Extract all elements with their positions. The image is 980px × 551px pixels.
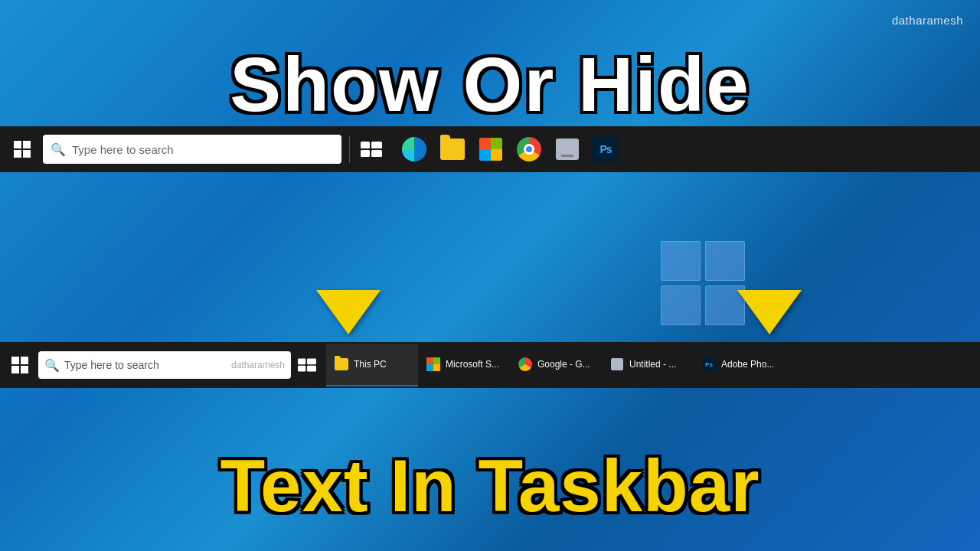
search-placeholder-top: Type here to search xyxy=(72,143,174,156)
taskbar-icons-top: Ps xyxy=(396,131,624,168)
store-icon-sm xyxy=(426,357,440,371)
bottom-app-store[interactable]: Microsoft S... xyxy=(418,344,510,386)
svg-rect-3 xyxy=(371,150,382,157)
arrow-right-area xyxy=(605,223,980,342)
edge-icon-img xyxy=(402,137,426,161)
edge-icon-top[interactable] xyxy=(396,131,433,168)
bottom-app-label-photoshop: Adobe Pho... xyxy=(721,359,774,370)
bottom-app-list: This PC Microsoft S... Google - G... xyxy=(326,344,975,386)
chrome-icon-sm xyxy=(518,357,532,371)
ps-icon-img: Ps xyxy=(593,136,619,162)
arrow-down-left xyxy=(316,290,381,334)
file-icon-img xyxy=(440,139,465,160)
svg-rect-0 xyxy=(361,142,370,148)
windows-start-button-top[interactable] xyxy=(6,133,38,165)
store-icon-top[interactable] xyxy=(472,131,509,168)
bottom-app-label-untitled: Untitled - ... xyxy=(629,359,676,370)
svg-rect-5 xyxy=(307,358,316,364)
bottom-app-label-this-pc: This PC xyxy=(354,359,387,370)
bottom-app-chrome[interactable]: Google - G... xyxy=(510,344,602,386)
taskbar-divider-top xyxy=(349,135,350,163)
ps-icon-sm: Ps xyxy=(702,357,716,371)
windows-logo-icon-bottom xyxy=(11,357,28,373)
search-bar-bottom[interactable]: 🔍 Type here to search datharamesh xyxy=(38,351,291,379)
taskbar-top: 🔍 Type here to search xyxy=(0,126,980,172)
subtitle: Text In Taskbar xyxy=(0,444,980,528)
file-explorer-icon-bottom xyxy=(334,357,349,372)
task-view-button-top[interactable] xyxy=(358,135,385,163)
chrome-icon-top[interactable] xyxy=(511,131,547,168)
search-icon-top: 🔍 xyxy=(51,142,66,157)
search-watermark-label: datharamesh xyxy=(231,360,285,370)
store-icon-img xyxy=(479,138,502,161)
file-explorer-icon-top[interactable] xyxy=(434,131,471,168)
drive-icon-sm xyxy=(611,358,623,370)
file-icon-sm xyxy=(335,358,348,370)
windows-logo-icon xyxy=(14,141,31,158)
taskbar-bottom: 🔍 Type here to search datharamesh This P… xyxy=(0,342,980,388)
drive-icon-bottom xyxy=(609,357,625,372)
arrows-section xyxy=(0,223,980,342)
drive-icon-top[interactable] xyxy=(549,131,586,168)
arrow-down-right xyxy=(737,290,802,334)
svg-rect-6 xyxy=(298,366,305,372)
store-icon-bottom xyxy=(426,357,441,372)
svg-rect-7 xyxy=(307,366,316,372)
arrow-left-area xyxy=(0,223,605,342)
windows-start-button-bottom[interactable] xyxy=(5,350,35,380)
bottom-app-photoshop[interactable]: Ps Adobe Pho... xyxy=(694,344,786,386)
search-icon-bottom: 🔍 xyxy=(44,358,60,373)
task-view-icon-bottom xyxy=(298,358,316,372)
photoshop-icon-top[interactable]: Ps xyxy=(587,131,624,168)
task-view-icon xyxy=(361,142,382,157)
svg-rect-2 xyxy=(361,150,370,157)
bottom-app-this-pc[interactable]: This PC xyxy=(326,344,418,386)
chrome-icon-img xyxy=(517,137,541,161)
ps-icon-bottom: Ps xyxy=(701,357,717,372)
svg-rect-1 xyxy=(371,142,382,148)
main-title: Show Or Hide xyxy=(0,0,980,126)
chrome-icon-bottom xyxy=(518,357,533,372)
bottom-app-label-chrome: Google - G... xyxy=(537,359,590,370)
watermark-label: datharamesh xyxy=(892,14,963,27)
bottom-app-untitled[interactable]: Untitled - ... xyxy=(602,344,694,386)
bottom-app-label-store: Microsoft S... xyxy=(446,359,499,370)
search-bar-top[interactable]: 🔍 Type here to search xyxy=(43,135,341,164)
drive-icon-img xyxy=(556,139,579,160)
task-view-button-bottom[interactable] xyxy=(294,352,320,378)
svg-rect-4 xyxy=(298,358,305,364)
